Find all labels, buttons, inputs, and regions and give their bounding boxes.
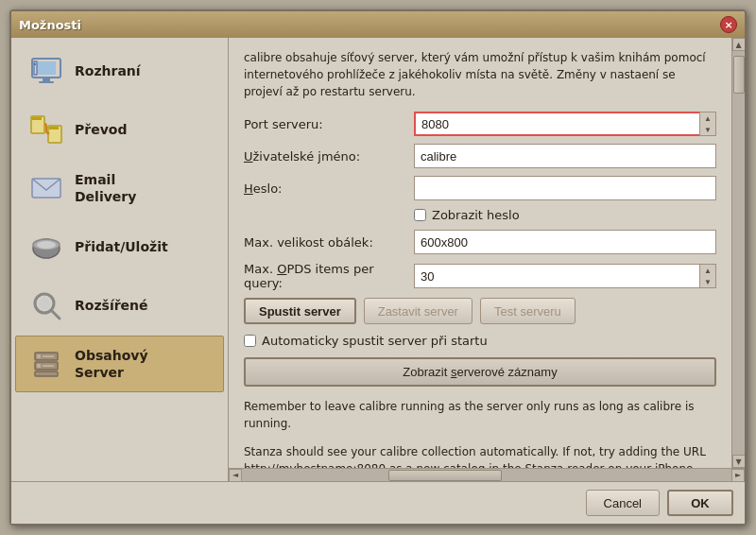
svg-point-16 [39, 298, 50, 309]
password-input[interactable] [414, 176, 716, 200]
server-buttons-row: Spustit server Zastavit server Test serv… [244, 298, 716, 324]
max-size-input[interactable] [414, 230, 716, 254]
username-input[interactable] [414, 144, 716, 168]
server-icon [27, 345, 65, 383]
svg-point-14 [37, 241, 56, 249]
sidebar-item-pridat[interactable]: Přidat/Uložit [15, 218, 224, 275]
opds-spinner: ▲ ▼ [699, 264, 716, 288]
dialog-body: Rozhraní Převod [11, 38, 745, 481]
convert-icon [27, 111, 65, 148]
sidebar-item-rozhrani[interactable]: Rozhraní [15, 43, 224, 99]
svg-line-17 [52, 311, 60, 319]
sidebar-item-rozsirene-label: Rozšířené [75, 297, 148, 314]
sidebar-item-rozhrani-label: Rozhraní [75, 62, 141, 79]
dialog-title: Možnosti [19, 18, 81, 32]
scroll-up-arrow[interactable]: ▲ [732, 38, 746, 51]
cancel-button[interactable]: Cancel [586, 490, 660, 516]
scroll-left-arrow[interactable]: ◄ [229, 469, 242, 482]
port-input[interactable] [414, 112, 699, 136]
scroll-container: calibre obsahuje síťový server, který vá… [229, 38, 745, 468]
search-icon [27, 286, 65, 324]
username-label: Uživatelské jméno: [244, 149, 414, 164]
show-password-checkbox[interactable] [414, 209, 426, 221]
auto-start-checkbox[interactable] [244, 335, 256, 347]
sidebar-item-email[interactable]: EmailDelivery [15, 160, 224, 216]
test-server-button[interactable]: Test serveru [480, 298, 576, 324]
opds-input-wrapper: ▲ ▼ [414, 264, 716, 288]
content-area: calibre obsahuje síťový server, který vá… [229, 38, 745, 481]
scroll-thumb[interactable] [733, 56, 745, 94]
scroll-right-arrow[interactable]: ► [731, 469, 745, 482]
scroll-down-arrow[interactable]: ▼ [732, 455, 746, 468]
hscroll-thumb[interactable] [388, 470, 502, 481]
port-spinner: ▲ ▼ [699, 112, 716, 136]
svg-rect-1 [37, 61, 56, 75]
max-size-row: Max. velikost obálek: [244, 230, 716, 254]
scroll-track[interactable] [732, 51, 746, 455]
password-row: Heslo: [244, 176, 716, 200]
port-row: Port serveru: ▲ ▼ [244, 112, 716, 136]
stop-server-button[interactable]: Zastavit server [364, 298, 472, 324]
svg-rect-9 [49, 127, 59, 129]
content: calibre obsahuje síťový server, který vá… [229, 38, 731, 468]
opds-down-button[interactable]: ▼ [700, 276, 715, 287]
svg-rect-23 [43, 365, 54, 367]
svg-rect-3 [39, 81, 54, 83]
sidebar-item-prevod[interactable]: Převod [15, 101, 224, 158]
ok-button[interactable]: OK [667, 490, 733, 516]
vertical-scrollbar[interactable]: ▲ ▼ [731, 38, 745, 468]
svg-rect-20 [43, 355, 54, 357]
opds-label: Max. OPDS items per query: [244, 262, 414, 290]
show-logs-button[interactable]: Zobrazit serverové záznamy [244, 357, 716, 387]
hscroll-track[interactable] [242, 469, 731, 482]
note1-text: Remember to leave calibre running as the… [244, 398, 716, 432]
titlebar: Možnosti × [11, 11, 745, 38]
show-logs-label: Zobrazit serverové záznamy [403, 365, 557, 379]
svg-rect-22 [37, 364, 41, 368]
max-size-label: Max. velikost obálek: [244, 235, 414, 250]
port-up-button[interactable]: ▲ [700, 112, 715, 124]
sidebar-item-rozsirene[interactable]: Rozšířené [15, 277, 224, 334]
svg-rect-24 [35, 371, 58, 376]
description-text: calibre obsahuje síťový server, který vá… [244, 49, 716, 100]
auto-start-row: Automaticky spustit server při startu [244, 334, 716, 348]
horizontal-scrollbar[interactable]: ◄ ► [229, 468, 745, 481]
dialog-footer: Cancel OK [11, 481, 745, 524]
sidebar-item-pridat-label: Přidat/Uložit [75, 238, 168, 255]
close-button[interactable]: × [720, 16, 737, 33]
svg-rect-2 [43, 78, 50, 81]
main-dialog: Možnosti × Rozhraní [9, 9, 747, 526]
port-input-wrapper: ▲ ▼ [414, 112, 716, 136]
svg-rect-19 [37, 354, 41, 358]
show-password-row: Zobrazit heslo [414, 208, 716, 222]
sidebar-item-server[interactable]: ObsahovýServer [15, 336, 224, 392]
opds-input[interactable] [414, 264, 699, 288]
show-password-label[interactable]: Zobrazit heslo [432, 208, 520, 222]
opds-up-button[interactable]: ▲ [700, 265, 715, 276]
port-label: Port serveru: [244, 117, 414, 131]
sidebar-item-server-label: ObsahovýServer [75, 347, 148, 381]
sidebar: Rozhraní Převod [11, 38, 229, 481]
sidebar-item-prevod-label: Převod [75, 121, 127, 138]
note2-text: Stanza should see your calibre collectio… [244, 443, 716, 468]
username-row: Uživatelské jméno: [244, 144, 716, 168]
svg-rect-7 [32, 117, 42, 120]
start-server-button[interactable]: Spustit server [244, 298, 356, 324]
save-icon [27, 228, 65, 266]
email-icon [27, 169, 65, 207]
auto-start-label[interactable]: Automaticky spustit server při startu [262, 334, 488, 348]
opds-row: Max. OPDS items per query: ▲ ▼ [244, 262, 716, 290]
port-down-button[interactable]: ▼ [700, 124, 715, 135]
monitor-icon [27, 52, 65, 90]
password-label: Heslo: [244, 181, 414, 196]
sidebar-item-email-label: EmailDelivery [75, 171, 136, 205]
